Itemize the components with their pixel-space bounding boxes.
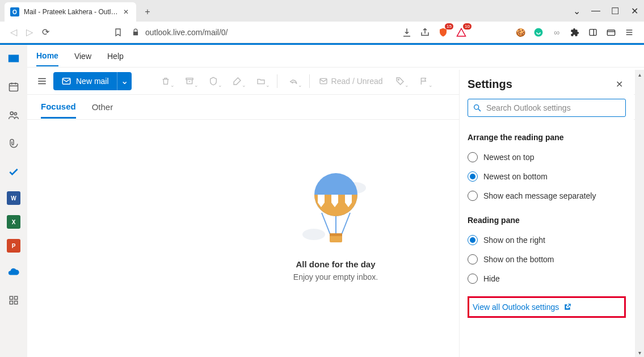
radio-icon (468, 254, 478, 264)
bookmark-icon[interactable] (110, 24, 126, 40)
svg-point-25 (302, 229, 325, 240)
settings-title: Settings (468, 78, 512, 91)
settings-search-input[interactable] (486, 103, 621, 112)
menu-icon[interactable] (624, 27, 635, 38)
view-all-settings-link[interactable]: View all Outlook settings (473, 303, 621, 312)
lock-icon (132, 28, 140, 36)
maximize-button[interactable]: ☐ (605, 3, 625, 19)
ribbon-tab-view[interactable]: View (74, 47, 91, 66)
tab-other[interactable]: Other (92, 96, 113, 117)
settings-panel: Settings ✕ Arrange the reading pane Newe… (459, 70, 634, 357)
reload-button[interactable]: ⟳ (37, 24, 53, 40)
main-area: Home View Help New mail ⌄ (27, 45, 644, 357)
onedrive-app-icon[interactable] (5, 263, 23, 281)
scroll-down-icon[interactable]: ▾ (638, 348, 641, 357)
empty-title: All done for the day (296, 259, 375, 269)
radio-newest-bottom[interactable]: Newest on bottom (468, 171, 626, 182)
delete-icon[interactable] (155, 72, 176, 90)
cookie-icon[interactable]: 🍪 (515, 27, 526, 38)
brave-shield-icon[interactable]: 15 (437, 27, 449, 38)
minimize-button[interactable]: ― (586, 3, 605, 19)
grammarly-icon[interactable] (533, 27, 544, 38)
svg-rect-15 (10, 301, 12, 304)
link-icon[interactable]: ∞ (551, 27, 562, 38)
svg-point-23 (398, 79, 399, 80)
svg-rect-16 (15, 301, 18, 304)
svg-point-0 (534, 28, 543, 36)
browser-tab[interactable]: O Mail - Prateek Lakhera - Outlook ✕ (5, 2, 136, 22)
svg-rect-13 (10, 296, 12, 299)
view-all-highlight: View all Outlook settings (468, 296, 626, 318)
ribbon-tab-help[interactable]: Help (107, 47, 124, 66)
excel-app-icon[interactable]: X (7, 215, 20, 229)
mail-app-icon[interactable] (5, 49, 23, 68)
flag-icon[interactable] (414, 72, 434, 90)
new-mail-label: New mail (76, 77, 109, 86)
radio-icon (468, 191, 478, 201)
scroll-up-icon[interactable]: ▴ (638, 70, 641, 79)
svg-line-33 (478, 109, 481, 111)
radio-show-bottom[interactable]: Show on the bottom (468, 254, 626, 264)
chevron-down-icon[interactable]: ⌄ (567, 3, 586, 19)
settings-search[interactable] (468, 99, 626, 117)
move-icon[interactable] (251, 72, 271, 90)
svg-rect-1 (590, 29, 596, 35)
calendar-app-icon[interactable] (5, 78, 23, 96)
sweep-icon[interactable] (227, 72, 247, 90)
vertical-scrollbar[interactable]: ▴ ▾ (635, 70, 644, 357)
settings-close-icon[interactable]: ✕ (612, 79, 626, 90)
radio-show-right[interactable]: Show on the right (468, 235, 626, 245)
tab-close-icon[interactable]: ✕ (121, 8, 131, 16)
radio-newest-top[interactable]: Newest on top (468, 152, 626, 162)
search-icon (473, 103, 482, 112)
radio-show-separate[interactable]: Show each message separately (468, 191, 626, 201)
todo-app-icon[interactable] (5, 163, 23, 181)
reply-icon[interactable] (283, 72, 304, 90)
powerpoint-app-icon[interactable]: P (7, 239, 20, 253)
svg-line-29 (342, 213, 350, 234)
svg-rect-7 (10, 83, 18, 91)
hamburger-icon[interactable] (34, 73, 50, 89)
new-tab-button[interactable]: + (140, 4, 155, 20)
sidepanel-icon[interactable] (587, 27, 599, 38)
files-app-icon[interactable] (5, 135, 23, 153)
new-mail-button[interactable]: New mail ⌄ (53, 72, 132, 90)
svg-rect-21 (186, 78, 193, 79)
read-unread-button[interactable]: Read / Unread (315, 77, 386, 86)
forward-button[interactable]: ▷ (22, 24, 37, 40)
reading-pane-title: Reading pane (468, 216, 626, 225)
svg-rect-14 (15, 296, 18, 299)
tag-icon[interactable] (390, 72, 410, 90)
open-new-icon (563, 303, 571, 311)
archive-icon[interactable] (179, 72, 200, 90)
share-icon[interactable] (419, 27, 431, 38)
back-button[interactable]: ◁ (6, 24, 22, 40)
extensions-icon[interactable] (569, 27, 580, 38)
browser-tab-bar: O Mail - Prateek Lakhera - Outlook ✕ + ⌄… (0, 0, 644, 22)
new-mail-caret[interactable]: ⌄ (117, 72, 132, 90)
svg-point-11 (10, 112, 13, 115)
radio-icon (468, 235, 478, 245)
people-app-icon[interactable] (5, 106, 23, 124)
triangle-icon[interactable]: 10 (456, 27, 467, 38)
url-text: outlook.live.com/mail/0/ (145, 28, 228, 37)
outlook-favicon: O (10, 7, 19, 16)
radio-icon (468, 171, 478, 182)
more-apps-icon[interactable] (5, 291, 23, 309)
address-bar: ◁ ▷ ⟳ outlook.live.com/mail/0/ 15 10 🍪 ∞ (0, 22, 644, 43)
read-unread-label: Read / Unread (331, 77, 383, 86)
ribbon-tab-home[interactable]: Home (36, 46, 58, 66)
close-window-button[interactable]: ✕ (625, 3, 644, 19)
ribbon-tabs: Home View Help (27, 45, 644, 68)
radio-hide[interactable]: Hide (468, 274, 626, 284)
radio-icon (468, 152, 478, 162)
svg-point-32 (474, 105, 479, 110)
word-app-icon[interactable]: W (7, 191, 20, 205)
radio-icon (468, 274, 478, 284)
url-field[interactable]: outlook.live.com/mail/0/ (126, 28, 401, 37)
svg-rect-3 (607, 30, 614, 35)
tab-focused[interactable]: Focused (41, 96, 76, 119)
install-icon[interactable] (401, 27, 413, 38)
wallet-icon[interactable] (605, 27, 617, 38)
report-icon[interactable] (203, 72, 224, 90)
